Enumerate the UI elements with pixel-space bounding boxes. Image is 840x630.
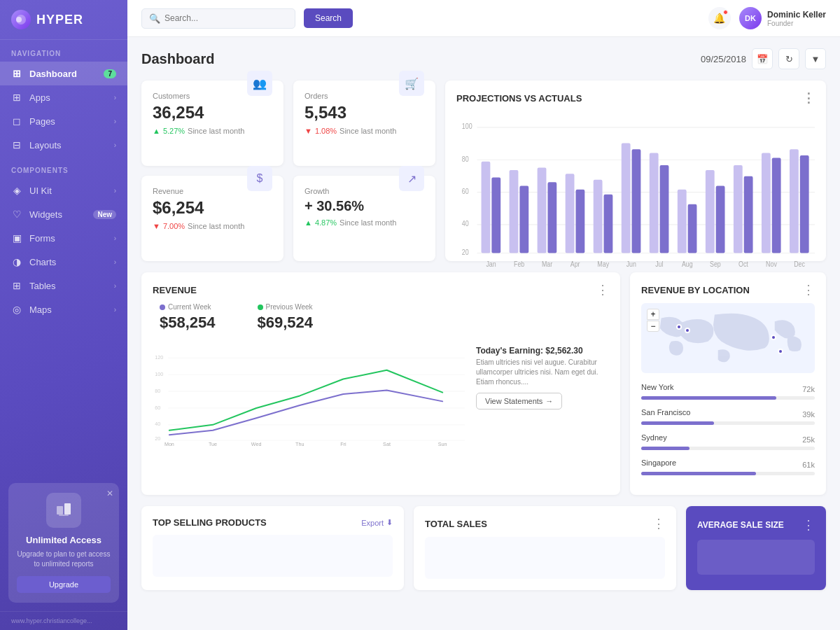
refresh-button[interactable]: ↻ — [778, 48, 799, 69]
chevron-icon: › — [114, 94, 116, 102]
customers-icon: 👥 — [247, 71, 272, 96]
stat-value: 36,254 — [153, 103, 244, 122]
prev-week-stat: Previous Week $69,524 — [258, 303, 314, 332]
svg-text:May: May — [597, 260, 609, 269]
svg-rect-40 — [716, 186, 725, 253]
current-week-stat: Current Week $58,254 — [160, 303, 216, 332]
location-bar-track — [641, 396, 815, 400]
avg-sale-placeholder — [697, 540, 815, 575]
stat-growth: Growth + 30.56% ▲ 4.87% Since last month… — [293, 176, 435, 261]
avg-more-button[interactable]: ⋮ — [802, 517, 815, 533]
svg-text:Jul: Jul — [655, 260, 663, 269]
sidebar-item-label: Charts — [29, 257, 56, 267]
world-map-svg — [641, 303, 815, 373]
world-map: + − — [641, 303, 815, 373]
stat-value: + 30.56% — [304, 198, 396, 214]
svg-text:100: 100 — [155, 372, 163, 377]
upgrade-close-button[interactable]: ✕ — [106, 489, 113, 498]
notification-button[interactable]: 🔔 — [708, 7, 731, 29]
svg-text:Mar: Mar — [542, 260, 553, 269]
sidebar-item-pages[interactable]: ◻ Pages › — [0, 109, 127, 133]
sidebar-item-charts[interactable]: ◑ Charts › — [0, 250, 127, 274]
svg-rect-48 — [790, 149, 799, 253]
current-week-value: $58,254 — [160, 314, 216, 332]
user-profile[interactable]: DK Dominic Keller Founder — [739, 7, 826, 29]
svg-text:Jan: Jan — [486, 260, 496, 269]
map-zoom-controls: + − — [647, 309, 659, 332]
download-icon: ⬇ — [386, 518, 393, 527]
revenue-line-chart-svg: 120 100 80 60 40 20 — [153, 340, 465, 459]
sidebar-item-maps[interactable]: ◎ Maps › — [0, 298, 127, 321]
earning-desc: Etiam ultricies nisi vel augue. Curabitu… — [476, 358, 602, 387]
revenue-chart-row: 120 100 80 60 40 20 — [153, 340, 609, 462]
svg-rect-25 — [575, 190, 584, 253]
products-header: TOP SELLING PRODUCTS Export ⬇ — [153, 517, 393, 528]
search-button[interactable]: Search — [304, 8, 353, 28]
sales-more-button[interactable]: ⋮ — [652, 517, 665, 530]
sidebar-item-layouts[interactable]: ⊟ Layouts › — [0, 133, 127, 157]
svg-rect-39 — [706, 170, 715, 253]
view-statements-button[interactable]: View Statements → — [476, 393, 562, 410]
more-options-button[interactable]: ⋮ — [802, 92, 815, 104]
map-dot-singapore — [771, 335, 776, 340]
zoom-out-button[interactable]: − — [647, 321, 659, 332]
dashboard-icon: ⊞ — [11, 68, 22, 79]
total-sales-header: TOTAL SALES ⋮ — [425, 517, 665, 530]
upgrade-button[interactable]: Upgrade — [17, 576, 111, 593]
content-area: Dashboard 09/25/2018 📅 ↻ ▼ Customers 36,… — [127, 37, 840, 630]
sidebar-item-tables[interactable]: ⊞ Tables › — [0, 274, 127, 298]
revenue-more-button[interactable]: ⋮ — [596, 284, 609, 296]
stat-value: 5,543 — [304, 103, 396, 122]
apps-icon: ⊞ — [11, 92, 22, 103]
export-button[interactable]: Export ⬇ — [361, 518, 393, 527]
revenue-annotation: Today's Earning: $2,562.30 Etiam ultrici… — [476, 340, 609, 462]
filter-button[interactable]: ▼ — [805, 48, 826, 69]
user-details: Dominic Keller Founder — [767, 10, 826, 27]
stat-change: ▲ 4.87% Since last month — [304, 218, 396, 227]
zoom-in-button[interactable]: + — [647, 309, 659, 320]
location-bars: New York 72k San Francisco 39k Sydney 25… — [641, 383, 815, 475]
chevron-icon: › — [114, 118, 116, 125]
sidebar-item-uikit[interactable]: ◈ UI Kit › — [0, 178, 127, 202]
sidebar-item-forms[interactable]: ▣ Forms › — [0, 226, 127, 250]
svg-rect-45 — [762, 153, 771, 253]
svg-rect-31 — [632, 149, 641, 253]
sidebar-item-widgets[interactable]: ♡ Widgets New — [0, 202, 127, 226]
stat-change: ▼ 7.00% Since last month — [153, 222, 244, 230]
sidebar-item-label: Apps — [29, 92, 50, 103]
svg-text:40: 40 — [462, 220, 469, 228]
svg-text:40: 40 — [155, 421, 160, 427]
sidebar-item-dashboard[interactable]: ⊞ Dashboard 7 — [0, 62, 127, 85]
calendar-button[interactable]: 📅 — [752, 48, 773, 69]
svg-rect-37 — [688, 204, 697, 253]
search-input[interactable] — [164, 13, 255, 23]
location-more-button[interactable]: ⋮ — [802, 284, 815, 296]
page-title: Dashboard — [141, 51, 214, 67]
stat-label: Customers — [153, 92, 244, 100]
location-bar-item: Sydney 25k — [641, 433, 815, 450]
arrow-up-icon: ▲ — [304, 218, 312, 227]
sidebar-item-apps[interactable]: ⊞ Apps › — [0, 85, 127, 109]
pages-icon: ◻ — [11, 115, 22, 127]
svg-rect-49 — [800, 155, 809, 253]
products-title: TOP SELLING PRODUCTS — [153, 517, 267, 528]
dashboard-badge: 7 — [104, 69, 116, 78]
svg-point-1 — [16, 17, 22, 22]
svg-rect-4 — [59, 514, 69, 516]
search-icon: 🔍 — [149, 13, 160, 24]
map-dot-sydney — [778, 349, 783, 354]
svg-rect-3 — [64, 503, 71, 514]
location-name: Sydney — [641, 433, 667, 442]
upgrade-icon — [46, 493, 81, 528]
location-value: 61k — [802, 461, 815, 469]
location-value: 25k — [802, 435, 815, 444]
revenue-header: REVENUE ⋮ — [153, 284, 609, 296]
sidebar-footer: www.hyper.christiancollege... — [0, 611, 127, 630]
sidebar-item-label: Widgets — [29, 209, 62, 220]
svg-text:Sep: Sep — [710, 260, 721, 269]
tables-icon: ⊞ — [11, 280, 22, 291]
header-controls: 09/25/2018 📅 ↻ ▼ — [701, 48, 826, 69]
total-sales-title: TOTAL SALES — [425, 519, 487, 529]
svg-rect-36 — [678, 190, 687, 253]
svg-text:60: 60 — [462, 187, 469, 195]
